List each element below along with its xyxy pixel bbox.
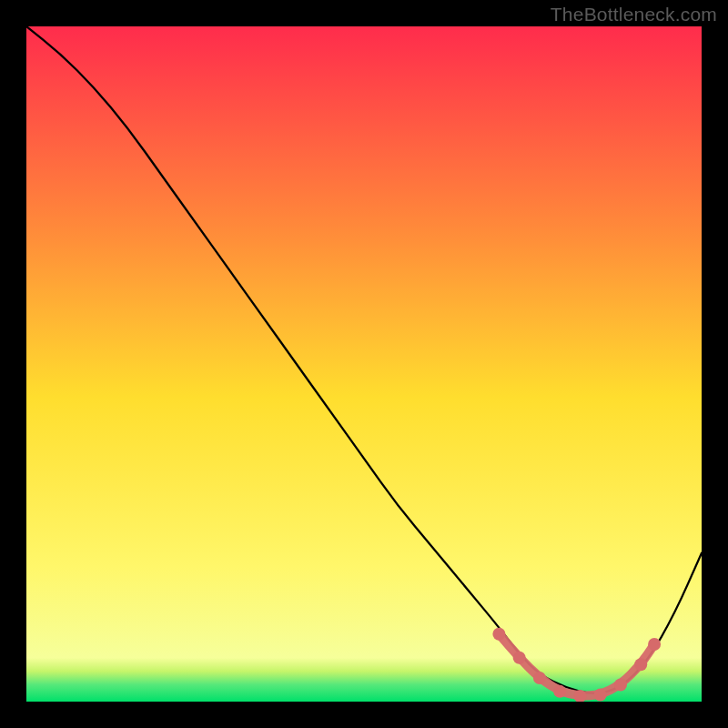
- watermark-text: TheBottleneck.com: [551, 4, 717, 25]
- plot-area: [26, 26, 702, 702]
- highlight-dot: [513, 652, 526, 664]
- highlight-dot: [648, 638, 661, 651]
- chart-svg: [26, 26, 702, 702]
- highlight-dot: [492, 628, 505, 641]
- chart-frame: TheBottleneck.com: [0, 0, 728, 728]
- highlight-dot: [594, 689, 607, 702]
- highlight-dot: [533, 672, 546, 684]
- highlight-dot: [553, 685, 566, 698]
- highlight-dot: [634, 658, 647, 671]
- highlight-dot: [614, 678, 627, 691]
